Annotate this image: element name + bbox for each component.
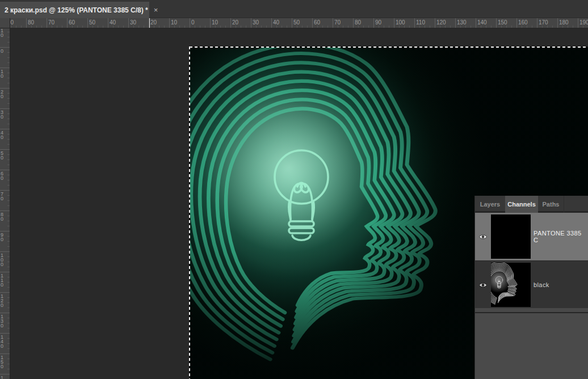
document-tab-bar: 2 краски.psd @ 125% (PANTONE 3385 C/8) *…: [0, 0, 588, 18]
channel-row-black[interactable]: black: [475, 260, 588, 308]
ruler-origin-box[interactable]: [0, 18, 10, 28]
eye-icon: [478, 282, 488, 288]
document-tab[interactable]: 2 краски.psd @ 125% (PANTONE 3385 C/8) *…: [0, 2, 149, 18]
channel-name: black: [534, 261, 586, 309]
tab-layers[interactable]: Layers: [475, 196, 505, 213]
photoshop-window: 2 краски.psd @ 125% (PANTONE 3385 C/8) *…: [0, 0, 588, 379]
horizontal-ruler[interactable]: 9080706050403020100102030405060708090100…: [10, 18, 588, 28]
channel-row-pantone[interactable]: PANTONE 3385 C: [475, 213, 588, 260]
channels-panel: Layers Channels Paths PANTONE 3385 C: [474, 196, 588, 379]
channel-name: PANTONE 3385 C: [534, 213, 586, 260]
tab-channels[interactable]: Channels: [505, 196, 538, 213]
tab-paths[interactable]: Paths: [538, 196, 564, 213]
tab-separator: [564, 196, 564, 213]
document-title: 2 краски.psd @ 125% (PANTONE 3385 C/8) *: [5, 6, 148, 14]
vertical-ruler[interactable]: 1001020304050607080901001101201301401501…: [0, 28, 10, 379]
visibility-toggle[interactable]: [475, 213, 491, 260]
selection-marching-ants-top: [190, 47, 588, 48]
selection-marching-ants-left: [189, 47, 190, 379]
visibility-toggle[interactable]: [475, 261, 491, 309]
eye-icon: [478, 234, 488, 240]
channel-thumbnail-black[interactable]: [491, 214, 531, 259]
panel-empty-area: [475, 312, 588, 379]
panel-tab-bar: Layers Channels Paths: [475, 196, 588, 213]
close-icon[interactable]: ×: [154, 6, 158, 14]
channel-thumbnail-artwork[interactable]: [491, 263, 531, 307]
